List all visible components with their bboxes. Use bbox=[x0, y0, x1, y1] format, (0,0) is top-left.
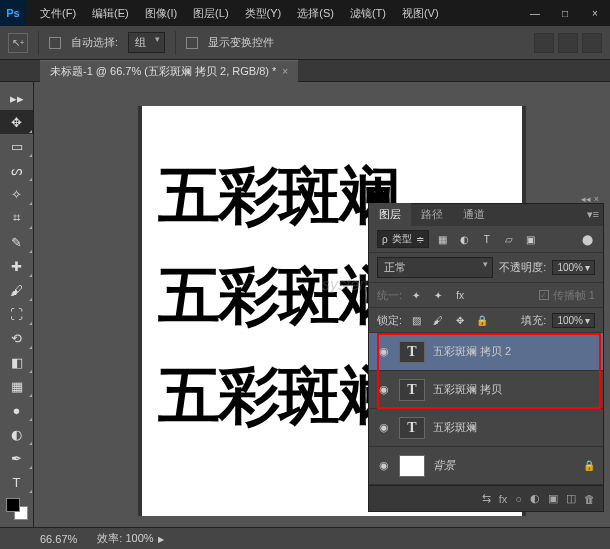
mask-icon[interactable]: ○ bbox=[515, 493, 522, 505]
layer-thumb-text[interactable]: T bbox=[399, 379, 425, 401]
adjust-icon[interactable]: ◐ bbox=[530, 492, 540, 505]
filter-pixel-icon[interactable]: ▦ bbox=[435, 231, 451, 247]
kind-filter[interactable]: ρ类型 ≑ bbox=[377, 230, 429, 248]
filter-smart-icon[interactable]: ▣ bbox=[523, 231, 539, 247]
align-icon[interactable] bbox=[534, 33, 554, 53]
filter-toggle[interactable]: ⬤ bbox=[579, 231, 595, 247]
auto-select-combo[interactable]: 组 bbox=[128, 32, 165, 53]
new-layer-icon[interactable]: ◫ bbox=[566, 492, 576, 505]
crop-tool[interactable]: ⌗ bbox=[0, 206, 33, 230]
tab-close-icon[interactable]: × bbox=[282, 66, 288, 77]
unify-icon[interactable]: ✦ bbox=[430, 287, 446, 303]
trash-icon[interactable]: 🗑 bbox=[584, 493, 595, 505]
blur-tool[interactable]: ● bbox=[0, 398, 33, 422]
document-title: 未标题-1 @ 66.7% (五彩斑斓 拷贝 2, RGB/8) * bbox=[50, 64, 276, 79]
minimize-button[interactable]: — bbox=[520, 2, 550, 24]
layer-thumb-text[interactable]: T bbox=[399, 341, 425, 363]
current-tool-icon[interactable]: ↖+ bbox=[8, 33, 28, 53]
menu-select[interactable]: 选择(S) bbox=[291, 2, 340, 25]
lock-transparent-icon[interactable]: ▨ bbox=[408, 312, 424, 328]
layer-thumb-text[interactable]: T bbox=[399, 417, 425, 439]
wand-tool[interactable]: ✧ bbox=[0, 182, 33, 206]
layer-name[interactable]: 五彩斑斓 拷贝 2 bbox=[433, 344, 511, 359]
unify-label: 统一: bbox=[377, 288, 402, 303]
toolbox: ▸▸ ✥ ▭ ᔕ ✧ ⌗ ✎ ✚ 🖌 ⛶ ⟲ ◧ ▦ ● ◐ ✒ T bbox=[0, 82, 34, 527]
type-tool[interactable]: T bbox=[0, 470, 33, 494]
gradient-tool[interactable]: ▦ bbox=[0, 374, 33, 398]
filter-type-icon[interactable]: T bbox=[479, 231, 495, 247]
transform-checkbox[interactable] bbox=[186, 37, 198, 49]
dodge-tool[interactable]: ◐ bbox=[0, 422, 33, 446]
stamp-tool[interactable]: ⛶ bbox=[0, 302, 33, 326]
lock-position-icon[interactable]: ✥ bbox=[452, 312, 468, 328]
fill-input[interactable]: 100% ▾ bbox=[552, 313, 595, 328]
lasso-tool[interactable]: ᔕ bbox=[0, 158, 33, 182]
status-label[interactable]: 效率: 100%▶ bbox=[97, 531, 163, 546]
opacity-label: 不透明度: bbox=[499, 260, 546, 275]
layer-row[interactable]: ◉ T 五彩斑斓 拷贝 bbox=[369, 371, 603, 409]
lock-pixels-icon[interactable]: 🖌 bbox=[430, 312, 446, 328]
menu-view[interactable]: 视图(V) bbox=[396, 2, 445, 25]
tab-paths[interactable]: 路径 bbox=[411, 203, 453, 226]
panel-collapse-icon[interactable]: ◂◂ × bbox=[581, 194, 599, 204]
document-tab[interactable]: 未标题-1 @ 66.7% (五彩斑斓 拷贝 2, RGB/8) * × bbox=[40, 60, 298, 82]
brush-tool[interactable]: 🖌 bbox=[0, 278, 33, 302]
blend-mode-combo[interactable]: 正常 bbox=[377, 257, 493, 278]
status-bar: 66.67% 效率: 100%▶ bbox=[0, 527, 610, 549]
group-icon[interactable]: ▣ bbox=[548, 492, 558, 505]
layer-name[interactable]: 背景 bbox=[433, 458, 455, 473]
menu-file[interactable]: 文件(F) bbox=[34, 2, 82, 25]
collapse-icon[interactable]: ▸▸ bbox=[0, 86, 33, 110]
tab-layers[interactable]: 图层 bbox=[369, 203, 411, 226]
visibility-icon[interactable]: ◉ bbox=[377, 421, 391, 434]
layer-row[interactable]: ◉ T 五彩斑斓 bbox=[369, 409, 603, 447]
visibility-icon[interactable]: ◉ bbox=[377, 345, 391, 358]
link-icon[interactable]: ⇆ bbox=[482, 492, 491, 505]
filter-adjust-icon[interactable]: ◐ bbox=[457, 231, 473, 247]
unify-icon[interactable]: ✦ bbox=[408, 287, 424, 303]
auto-select-checkbox[interactable] bbox=[49, 37, 61, 49]
move-tool[interactable]: ✥ bbox=[0, 110, 33, 134]
layer-row[interactable]: ◉ 背景 🔒 bbox=[369, 447, 603, 485]
eyedropper-tool[interactable]: ✎ bbox=[0, 230, 33, 254]
visibility-icon[interactable]: ◉ bbox=[377, 459, 391, 472]
pen-tool[interactable]: ✒ bbox=[0, 446, 33, 470]
menu-filter[interactable]: 滤镜(T) bbox=[344, 2, 392, 25]
panel-menu-icon[interactable]: ▾≡ bbox=[587, 208, 599, 221]
menu-image[interactable]: 图像(I) bbox=[139, 2, 183, 25]
layer-thumb-bg[interactable] bbox=[399, 455, 425, 477]
auto-select-label: 自动选择: bbox=[71, 35, 118, 50]
blend-row: 正常 不透明度: 100% ▾ bbox=[369, 253, 603, 283]
eraser-tool[interactable]: ◧ bbox=[0, 350, 33, 374]
canvas-text-2: 五彩斑斓 bbox=[158, 254, 398, 338]
menu-layer[interactable]: 图层(L) bbox=[187, 2, 234, 25]
color-swatches[interactable] bbox=[6, 498, 28, 520]
history-brush-tool[interactable]: ⟲ bbox=[0, 326, 33, 350]
propagate-label: 传播帧 1 bbox=[553, 288, 595, 303]
lock-row: 锁定: ▨ 🖌 ✥ 🔒 填充: 100% ▾ bbox=[369, 308, 603, 333]
menu-edit[interactable]: 编辑(E) bbox=[86, 2, 135, 25]
marquee-tool[interactable]: ▭ bbox=[0, 134, 33, 158]
filter-row: ρ类型 ≑ ▦ ◐ T ▱ ▣ ⬤ bbox=[369, 226, 603, 253]
zoom-value[interactable]: 66.67% bbox=[40, 533, 77, 545]
menu-type[interactable]: 类型(Y) bbox=[239, 2, 288, 25]
fx-icon[interactable]: fx bbox=[499, 493, 508, 505]
visibility-icon[interactable]: ◉ bbox=[377, 383, 391, 396]
close-button[interactable]: × bbox=[580, 2, 610, 24]
layer-name[interactable]: 五彩斑斓 拷贝 bbox=[433, 382, 502, 397]
maximize-button[interactable]: □ bbox=[550, 2, 580, 24]
align-icon[interactable] bbox=[582, 33, 602, 53]
filter-shape-icon[interactable]: ▱ bbox=[501, 231, 517, 247]
layer-row[interactable]: ◉ T 五彩斑斓 拷贝 2 bbox=[369, 333, 603, 371]
unify-icon[interactable]: fx bbox=[452, 287, 468, 303]
tab-channels[interactable]: 通道 bbox=[453, 203, 495, 226]
layers-panel: ◂◂ × 图层 路径 通道 ▾≡ ρ类型 ≑ ▦ ◐ T ▱ ▣ ⬤ 正常 不透… bbox=[368, 203, 604, 512]
canvas-text-1: 五彩斑斓 bbox=[158, 154, 398, 238]
align-icon[interactable] bbox=[558, 33, 578, 53]
opacity-input[interactable]: 100% ▾ bbox=[552, 260, 595, 275]
transform-label: 显示变换控件 bbox=[208, 35, 274, 50]
layer-name[interactable]: 五彩斑斓 bbox=[433, 420, 477, 435]
propagate-checkbox[interactable]: ✓ bbox=[539, 290, 549, 300]
heal-tool[interactable]: ✚ bbox=[0, 254, 33, 278]
lock-all-icon[interactable]: 🔒 bbox=[474, 312, 490, 328]
